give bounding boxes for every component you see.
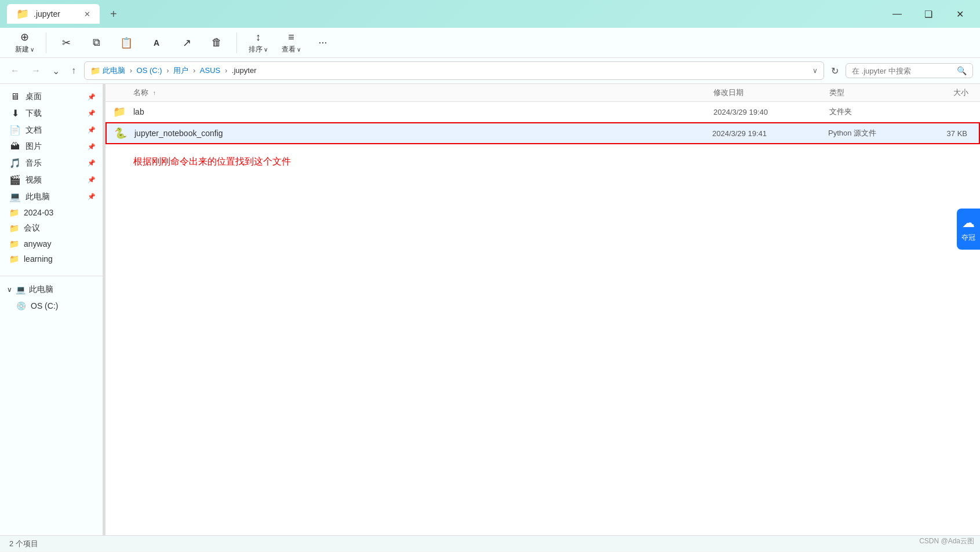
sidebar-item-label-learning: learning bbox=[24, 254, 53, 264]
file-date-config: 2024/3/29 19:41 bbox=[712, 129, 828, 138]
address-dropdown-button[interactable]: ∨ bbox=[813, 67, 818, 75]
search-icon: 🔍 bbox=[957, 66, 967, 75]
cut-button[interactable]: ✂ bbox=[52, 34, 80, 52]
sidebar-item-label-pictures: 图片 bbox=[25, 141, 42, 152]
sidebar-item-meetings[interactable]: 📁 会议 bbox=[0, 220, 103, 236]
header-name[interactable]: 名称 ↑ bbox=[105, 87, 713, 98]
videos-icon: 🎬 bbox=[9, 174, 21, 185]
sort-arrow-name: ↑ bbox=[153, 90, 156, 96]
search-input[interactable] bbox=[852, 67, 957, 75]
sidebar-item-2024-03[interactable]: 📁 2024-03 bbox=[0, 205, 103, 220]
breadcrumb-drive[interactable]: OS (C:) bbox=[137, 66, 162, 75]
table-row[interactable]: 🐍 jupyter_notebook_config 2024/3/29 19:4… bbox=[105, 122, 980, 144]
header-date[interactable]: 修改日期 bbox=[713, 87, 829, 98]
delete-icon: 🗑 bbox=[212, 36, 222, 49]
sidebar-item-drive[interactable]: 💿 OS (C:) bbox=[0, 298, 103, 313]
new-button[interactable]: ⊕ 新建 ∨ bbox=[9, 28, 40, 57]
rename-icon: A bbox=[154, 38, 159, 47]
downloads-icon: ⬇ bbox=[9, 108, 21, 119]
address-bar-row: ← → ⌄ ↑ 📁 此电脑 › OS (C:) › 用户 › ASUS › .j… bbox=[0, 58, 980, 84]
refresh-button[interactable]: ↻ bbox=[829, 63, 841, 79]
breadcrumb-asus[interactable]: ASUS bbox=[200, 66, 220, 75]
window-controls: — ❑ ✕ bbox=[884, 5, 973, 23]
sort-icon: ↕ bbox=[256, 31, 261, 43]
pin-icon-downloads: 📌 bbox=[88, 109, 96, 117]
paste-button[interactable]: 📋 bbox=[112, 34, 140, 52]
view-button[interactable]: ≡ 查看 ∨ bbox=[276, 29, 307, 57]
more-button[interactable]: ··· bbox=[309, 34, 337, 51]
file-area: 名称 ↑ 修改日期 类型 大小 📁 lab 2024/3/29 19:40 文件… bbox=[105, 84, 980, 535]
pin-icon-desktop: 📌 bbox=[88, 93, 96, 101]
rename-button[interactable]: A bbox=[143, 36, 170, 50]
tab-title: .jupyter bbox=[34, 9, 60, 19]
tab-folder-icon: 📁 bbox=[16, 8, 29, 20]
chevron-down-icon: ∨ bbox=[7, 286, 12, 294]
sidebar-item-documents[interactable]: 📄 文档 📌 bbox=[0, 122, 103, 138]
header-size[interactable]: 大小 bbox=[922, 87, 980, 98]
computer-section[interactable]: ∨ 💻 此电脑 bbox=[0, 281, 103, 298]
sidebar-item-label-desktop: 桌面 bbox=[25, 92, 42, 102]
sidebar-item-label-downloads: 下载 bbox=[25, 108, 42, 119]
sidebar-item-desktop[interactable]: 🖥 桌面 📌 bbox=[0, 89, 103, 105]
minimize-button[interactable]: — bbox=[884, 5, 910, 23]
file-name-config: jupyter_notebook_config bbox=[134, 129, 712, 138]
pin-icon-computer: 📌 bbox=[88, 193, 96, 200]
sidebar-item-label-anyway: anyway bbox=[24, 239, 51, 248]
title-bar-left: 📁 .jupyter ✕ + bbox=[7, 4, 122, 24]
view-label: 查看 ∨ bbox=[282, 45, 301, 54]
address-folder-icon: 📁 bbox=[90, 66, 100, 75]
sidebar-item-computer[interactable]: 💻 此电脑 📌 bbox=[0, 188, 103, 205]
view-icon: ≡ bbox=[288, 31, 294, 43]
sidebar-item-music[interactable]: 🎵 音乐 📌 bbox=[0, 155, 103, 171]
pin-icon-music: 📌 bbox=[88, 159, 96, 167]
sidebar-item-videos[interactable]: 🎬 视频 📌 bbox=[0, 171, 103, 188]
sidebar-item-label-computer: 此电脑 bbox=[25, 192, 50, 202]
up-directory-button[interactable]: ↑ bbox=[68, 63, 79, 78]
cloud-icon: ☁ bbox=[962, 215, 975, 231]
pictures-icon: 🏔 bbox=[9, 141, 21, 152]
address-bar[interactable]: 📁 此电脑 › OS (C:) › 用户 › ASUS › .jupyter ∨ bbox=[84, 61, 824, 80]
annotation: 根据刚刚命令出来的位置找到这个文件 bbox=[105, 144, 980, 180]
pin-icon-documents: 📌 bbox=[88, 126, 96, 134]
new-tab-button[interactable]: + bbox=[105, 5, 122, 23]
status-bar: 2 个项目 bbox=[0, 535, 980, 551]
file-type-lab: 文件夹 bbox=[829, 107, 922, 117]
share-icon: ↗ bbox=[183, 36, 191, 49]
sidebar-item-label-videos: 视频 bbox=[25, 175, 42, 185]
forward-button[interactable]: → bbox=[28, 63, 44, 78]
copy-button[interactable]: ⧉ bbox=[82, 34, 110, 51]
sidebar-item-learning[interactable]: 📁 learning bbox=[0, 251, 103, 266]
cloud-label: 夺冠 bbox=[961, 233, 975, 243]
file-icon-config: 🐍 bbox=[107, 127, 134, 140]
sidebar-item-anyway[interactable]: 📁 anyway bbox=[0, 236, 103, 251]
sort-button[interactable]: ↕ 排序 ∨ bbox=[243, 29, 274, 57]
sidebar-item-label-2024: 2024-03 bbox=[24, 208, 53, 217]
folder-meetings-icon: 📁 bbox=[9, 224, 19, 233]
breadcrumb-users[interactable]: 用户 bbox=[173, 66, 188, 75]
breadcrumb-computer[interactable]: 此电脑 bbox=[103, 66, 125, 75]
more-icon: ··· bbox=[318, 36, 327, 49]
close-button[interactable]: ✕ bbox=[946, 5, 973, 23]
share-button[interactable]: ↗ bbox=[173, 34, 201, 52]
file-icon-lab: 📁 bbox=[105, 105, 133, 118]
new-label: 新建 ∨ bbox=[15, 45, 34, 54]
maximize-button[interactable]: ❑ bbox=[915, 5, 942, 23]
active-tab[interactable]: 📁 .jupyter ✕ bbox=[7, 4, 100, 24]
music-icon: 🎵 bbox=[9, 158, 21, 169]
delete-button[interactable]: 🗑 bbox=[203, 34, 231, 51]
sidebar-item-downloads[interactable]: ⬇ 下载 📌 bbox=[0, 105, 103, 122]
toolbar: ⊕ 新建 ∨ ✂ ⧉ 📋 A ↗ 🗑 ↕ 排序 ∨ ≡ 查看 ∨ ··· bbox=[0, 28, 980, 58]
search-box[interactable]: 🔍 bbox=[846, 63, 973, 78]
table-row[interactable]: 📁 lab 2024/3/29 19:40 文件夹 bbox=[105, 102, 980, 122]
file-list-header: 名称 ↑ 修改日期 类型 大小 bbox=[105, 84, 980, 102]
item-count: 2 个项目 bbox=[9, 539, 38, 549]
up-button-dropdown[interactable]: ⌄ bbox=[49, 63, 63, 79]
back-button[interactable]: ← bbox=[7, 63, 23, 78]
cloud-widget[interactable]: ☁ 夺冠 bbox=[957, 209, 980, 250]
header-type[interactable]: 类型 bbox=[829, 87, 922, 98]
tab-close-button[interactable]: ✕ bbox=[84, 10, 90, 19]
sidebar-item-pictures[interactable]: 🏔 图片 📌 bbox=[0, 138, 103, 155]
folder-learning-icon: 📁 bbox=[9, 254, 19, 264]
cut-icon: ✂ bbox=[62, 36, 71, 49]
sidebar-item-label-music: 音乐 bbox=[25, 158, 42, 169]
